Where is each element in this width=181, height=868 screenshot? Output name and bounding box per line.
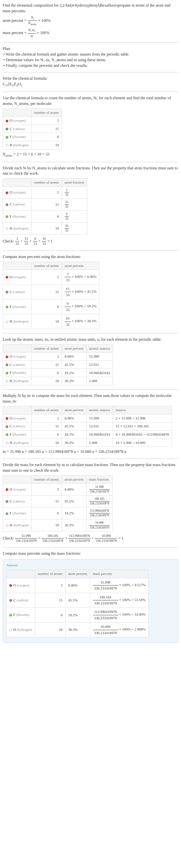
table-row: O (oxygen)26.06%31.998336.233418978 × 10… <box>7 578 149 593</box>
table-row: C (carbon)1545.5%180.165336.233418978 × … <box>7 593 149 608</box>
table-row: F (fluorine)618.2%113.990418978336.23341… <box>3 507 113 519</box>
element-dot-icon <box>6 306 8 308</box>
answer-label: Answer: <box>6 563 175 568</box>
element-dot-icon <box>6 364 8 366</box>
atom-fractions-section: Divide each Nᵢ by N_atoms to calculate a… <box>3 165 178 246</box>
element-dot-icon <box>6 191 8 194</box>
element-dot-icon <box>9 614 12 617</box>
divider <box>3 547 178 548</box>
table-row: O (oxygen)26.06%15.9992 × 15.999 = 31.99… <box>3 414 172 423</box>
table-row: O (oxygen)2233 <box>3 187 87 198</box>
plan-section: Plan: • Write the chemical formula and g… <box>3 46 178 68</box>
divider <box>3 162 178 162</box>
title: Find the elemental composition for 2,2-b… <box>3 3 178 14</box>
divider <box>3 333 178 334</box>
table-row: C (carbon)15 <box>3 125 62 133</box>
atom-percent-equation: atom percent = NiNatoms × 100% <box>3 15 178 27</box>
element-dot-icon <box>6 425 8 428</box>
atomic-mass-table: number of atomsatom percentatomic mass/u… <box>3 344 113 385</box>
element-dot-icon <box>6 488 8 491</box>
mass-fractions-section: Divide the mass for each element by m to… <box>3 462 178 543</box>
atom-percents-section: Compute atom percents using the atom fra… <box>3 254 178 329</box>
table-row: H (hydrogen)1030.3%1.008 <box>3 377 113 385</box>
mass-table: number of atomsatom percentatomic mass/u… <box>3 406 172 447</box>
element-dot-icon <box>6 524 8 527</box>
mass-percent-equation: mass percent = Ni mim × 100% <box>3 28 178 38</box>
table-row: H (hydrogen)1030.3%10.080336.233418978 ×… <box>7 623 149 638</box>
table-row: H (hydrogen)1030.3%1.00810 × 1.008 = 10.… <box>3 439 172 447</box>
compute-mass-percent-label: Compute mass percents using the mass fra… <box>3 551 178 556</box>
problem-statement: Find the elemental composition for 2,2-b… <box>3 3 178 38</box>
element-dot-icon <box>6 227 8 230</box>
divider <box>3 42 178 43</box>
element-dot-icon <box>6 500 8 503</box>
mass-calc-section: Multiply Nᵢ by mᵢ to compute the mass fo… <box>3 393 178 455</box>
m-equation: m = 31.998 u + 180.165 u + 113.990418978… <box>3 449 178 455</box>
count-atoms-section: Use the chemical formula to count the nu… <box>3 95 178 157</box>
element-dot-icon <box>6 513 8 515</box>
table-row: F (fluorine)6633 × 100% = 18.2% <box>3 299 100 314</box>
lookup-text: Look up the atomic mass, mᵢ, in unified … <box>3 337 178 342</box>
use-formula-text: Use the chemical formula to count the nu… <box>3 95 178 106</box>
table-row: O (oxygen)2233 × 100% = 6.06% <box>3 270 100 284</box>
divider <box>3 459 178 459</box>
table-row: C (carbon)1545.5%12.01115 × 12.011 = 180… <box>3 423 172 431</box>
n-atoms-equation: Natoms = 2 + 15 + 6 + 10 = 33 <box>3 152 178 158</box>
plan-label: Plan: <box>3 46 178 52</box>
element-dot-icon <box>6 355 8 358</box>
element-dot-icon <box>6 442 8 444</box>
table-row: F (fluorine)618.2%18.998403163 <box>3 369 113 377</box>
atom-percents-table: number of atomsatom percent O (oxygen)22… <box>3 262 100 330</box>
element-dot-icon <box>6 144 8 147</box>
element-dot-icon <box>6 120 8 122</box>
table-row: H (hydrogen)101033 × 100% = 30.3% <box>3 314 100 329</box>
mass-fractions-table: number of atomsatom percentmass fraction… <box>3 475 113 532</box>
answer-table: number of atomsatom percentmass percent … <box>6 569 149 638</box>
atoms-table: number of atoms O (oxygen)2 C (carbon)15… <box>3 108 62 150</box>
atom-fractions-table: number of atomsatom fraction O (oxygen)2… <box>3 178 87 235</box>
divider <box>3 250 178 251</box>
table-row: F (fluorine)618.2%113.990418978336.23341… <box>7 608 149 623</box>
element-dot-icon <box>6 215 8 218</box>
table-row: H (hydrogen)1030.3%10.080336.233418978 <box>3 519 113 531</box>
chemical-formula-section: Write the chemical formula: C15H10F6O2 <box>3 76 178 88</box>
element-dot-icon <box>6 128 8 130</box>
table-row: C (carbon)151533 × 100% = 45.5% <box>3 284 100 299</box>
chemical-formula: C15H10F6O2 <box>3 82 178 88</box>
plan-item: • Write the chemical formula and gather … <box>3 52 178 57</box>
multiply-text: Multiply Nᵢ by mᵢ to compute the mass fo… <box>3 393 178 404</box>
element-dot-icon <box>6 320 8 323</box>
element-dot-icon <box>6 276 8 279</box>
divide-text: Divide each Nᵢ by N_atoms to calculate a… <box>3 165 178 177</box>
mass-percents-section: Compute mass percents using the mass fra… <box>3 551 178 643</box>
element-dot-icon <box>6 372 8 374</box>
divide-mass-text: Divide the mass for each element by m to… <box>3 462 178 473</box>
table-row: H (hydrogen)10 <box>3 141 62 149</box>
element-dot-icon <box>9 584 12 587</box>
compute-atom-percent-label: Compute atom percents using the atom fra… <box>3 254 178 260</box>
table-row: H (hydrogen)101033 <box>3 223 87 235</box>
divider <box>3 92 178 92</box>
element-dot-icon <box>6 433 8 436</box>
atomic-mass-section: Look up the atomic mass, mᵢ, in unified … <box>3 337 178 385</box>
divider <box>3 72 178 72</box>
write-formula-label: Write the chemical formula: <box>3 76 178 82</box>
table-row: F (fluorine)6633 <box>3 210 87 222</box>
answer-box: Answer: number of atomsatom percentmass … <box>3 559 178 643</box>
table-row: O (oxygen)2 <box>3 117 62 125</box>
table-row: F (fluorine)6 <box>3 133 62 141</box>
table-row: O (oxygen)26.06%31.998336.233418978 <box>3 484 113 496</box>
element-dot-icon <box>6 291 8 293</box>
check-mass-equation: Check: 31.998336.233418978 + 180.165336.… <box>3 533 178 544</box>
element-dot-icon <box>6 204 8 206</box>
element-dot-icon <box>9 629 12 631</box>
table-row: F (fluorine)618.2%18.9984031636 × 18.998… <box>3 430 172 439</box>
plan-item: • Finally, compute the percents and chec… <box>3 63 178 68</box>
table-row: C (carbon)1545.5%12.011 <box>3 361 113 369</box>
element-dot-icon <box>6 380 8 383</box>
table-row: O (oxygen)26.06%15.999 <box>3 352 113 361</box>
table-row: C (carbon)1545.5%180.165336.233418978 <box>3 496 113 507</box>
divider <box>3 389 178 390</box>
element-dot-icon <box>9 599 12 602</box>
table-row: C (carbon)151533 <box>3 198 87 210</box>
